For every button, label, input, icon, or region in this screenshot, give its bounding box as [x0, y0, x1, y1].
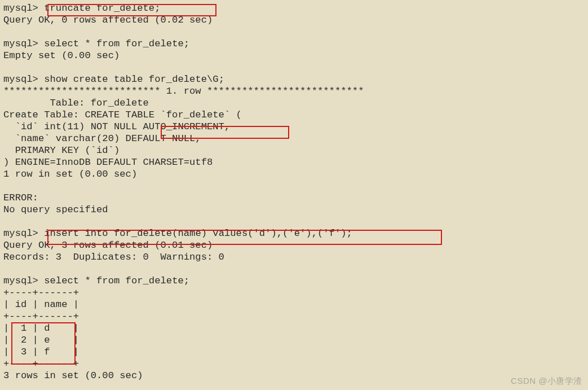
row-marker: *************************** 1. row *****… [3, 86, 364, 97]
resp-select2: 3 rows in set (0.00 sec) [3, 370, 143, 381]
resp-truncate: Query OK, 0 rows affected (0.02 sec) [3, 15, 213, 25]
resp-insert2: Records: 3 Duplicates: 0 Warnings: 0 [3, 252, 224, 262]
table-row: | 2 | e | [3, 335, 79, 345]
create-line: PRIMARY KEY (`id`) [3, 145, 120, 156]
prompt: mysql> [3, 3, 38, 14]
cmd-truncate: truncate for_delete; [44, 3, 160, 14]
prompt: mysql> [3, 38, 38, 49]
cmd-select2: select * from for_delete; [44, 275, 189, 286]
create-line: `id` int(11) NOT NULL AUTO_INCREMENT, [3, 121, 230, 132]
create-line: ) ENGINE=InnoDB DEFAULT CHARSET=utf8 [3, 157, 213, 168]
prompt: mysql> [3, 228, 38, 239]
resp-select1: Empty set (0.00 sec) [3, 50, 120, 61]
resp-showcreate: 1 row in set (0.00 sec) [3, 169, 137, 179]
cmd-showcreate: show create table for_delete\G; [44, 74, 224, 85]
terminal-output: mysql> truncate for_delete; Query OK, 0 … [0, 0, 588, 382]
table-row: | 3 | f | [3, 347, 79, 357]
mysql-terminal[interactable]: mysql> truncate for_delete; Query OK, 0 … [0, 0, 588, 382]
table-row: | 1 | d | [3, 323, 79, 334]
prompt: mysql> [3, 275, 38, 286]
create-line: Table: for_delete [3, 98, 149, 108]
table-border: +----+------+ [3, 287, 79, 298]
error-head: ERROR: [3, 192, 38, 203]
resp-insert1: Query OK, 3 rows affected (0.01 sec) [3, 240, 213, 251]
prompt: mysql> [3, 74, 38, 85]
watermark: CSDN @小唐学渣 [511, 375, 582, 387]
create-line: Create Table: CREATE TABLE `for_delete` … [3, 109, 242, 120]
error-body: No query specified [3, 204, 108, 215]
table-border: +----+------+ [3, 358, 79, 369]
cmd-select1: select * from for_delete; [44, 38, 189, 49]
create-line: `name` varchar(20) DEFAULT NULL, [3, 133, 201, 144]
cmd-insert: insert into for_delete(name) values('d')… [44, 228, 352, 239]
table-border: +----+------+ [3, 311, 79, 322]
table-header: | id | name | [3, 299, 79, 310]
